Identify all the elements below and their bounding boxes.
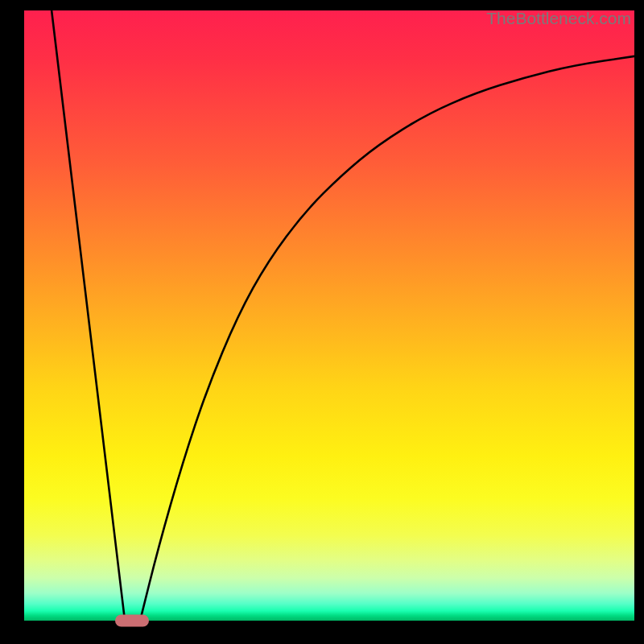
chart-frame: TheBottleneck.com bbox=[0, 0, 644, 644]
chart-lines bbox=[24, 10, 634, 621]
chart-plot-area: TheBottleneck.com bbox=[24, 10, 634, 621]
series-left-descent bbox=[52, 10, 125, 621]
series-right-curve bbox=[140, 56, 634, 621]
